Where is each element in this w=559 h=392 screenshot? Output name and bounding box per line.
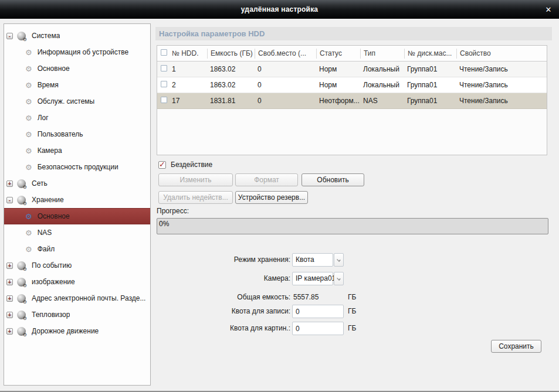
gear-icon: ⚙ [25,212,32,221]
collapse-icon[interactable]: - [6,33,13,39]
column-header-status[interactable]: Статус [316,49,360,59]
sidebar-item-log[interactable]: ⚙ Лог [4,110,150,126]
row-checkbox[interactable] [161,81,167,87]
column-header-capacity[interactable]: Емкость (ГБ) [207,49,255,59]
sidebar-item-storage[interactable]: - Хранение [4,192,150,208]
expand-icon[interactable]: + [6,328,13,335]
progress-value: 0% [159,220,169,228]
column-header-type[interactable]: Тип [360,49,404,59]
sidebar-item-system[interactable]: - Система [4,28,150,44]
sidebar-item-storage-basic[interactable]: ⚙ Основное [4,208,150,224]
cell-hdd-no: 2 [169,81,207,89]
backup-device-button[interactable]: Устройство резерв... [235,191,308,204]
cell-capacity: 1863.02 [207,65,255,73]
sidebar-item-label: По событию [32,261,72,270]
expand-icon[interactable]: + [6,263,13,269]
table-row-selected[interactable]: 17 1831.81 0 Неотформ... NAS Группа01 Чт… [157,93,547,109]
gear-icon: ⚙ [25,114,32,122]
picture-quota-input[interactable] [292,322,344,335]
total-capacity-value: 5557.85 [293,291,319,304]
sidebar-item-time[interactable]: ⚙ Время [4,77,150,93]
expand-icon[interactable]: + [6,312,13,318]
table-row[interactable]: 1 1863.02 0 Норм Локальный Группа01 Чтен… [157,62,547,77]
gear-icon: ⚙ [25,130,32,139]
sidebar-item-thermal[interactable]: + Тепловизор [4,306,150,323]
sidebar-item-user[interactable]: ⚙ Пользователь [4,126,150,142]
window-title: удалённая настройка [241,5,318,13]
column-header-free-space[interactable]: Своб.место (... [255,49,316,59]
sidebar-item-label: NAS [38,229,52,237]
update-button[interactable]: Обновить [301,173,364,186]
sidebar-item-label: Лог [38,114,49,122]
record-quota-input[interactable] [292,305,344,318]
select-all-checkbox[interactable] [161,49,167,56]
sidebar-item-label: Безопасность продукции [38,163,118,171]
sidebar-item-system-basic[interactable]: ⚙ Основное [4,60,150,77]
sidebar-item-label: Дорожное движение [32,327,99,335]
sidebar-item-maintenance[interactable]: ⚙ Обслуж. системы [4,93,150,110]
cell-hdd-no: 1 [169,65,207,73]
sidebar-item-product-security[interactable]: ⚙ Безопасность продукции [4,159,150,175]
storage-mode-select[interactable]: Квота [292,253,333,267]
idle-checkbox[interactable] [158,161,166,169]
sidebar-item-email[interactable]: + Адрес электронной почты. Разде... [4,290,150,306]
sidebar-item-network[interactable]: + Сеть [4,175,150,192]
sidebar-item-device-info[interactable]: ⚙ Информация об устройстве [4,44,150,60]
row-checkbox[interactable] [161,97,167,103]
sidebar-item-image[interactable]: + изображение [4,274,150,290]
gear-icon: ⚙ [25,48,32,57]
delete-invalid-button[interactable]: Удалить недейств... [158,191,233,204]
cell-type: Локальный [360,65,404,73]
gear-icon: ⚙ [25,97,32,106]
edit-button[interactable]: Изменить [158,173,233,186]
cell-hdd-no: 17 [169,97,207,105]
column-header-group[interactable]: № диск.мас... [404,49,456,59]
expand-icon[interactable]: + [6,295,13,302]
cell-status: Норм [316,81,360,89]
sidebar-item-file[interactable]: ⚙ Файл [4,241,150,257]
column-header-hdd-no[interactable]: № HDD. [169,49,207,59]
chevron-down-icon[interactable] [334,272,344,285]
sidebar-item-label: Адрес электронной почты. Разде... [32,294,145,302]
settings-tree: - Система ⚙ Информация об устройстве ⚙ О… [4,23,151,386]
expand-icon[interactable]: + [6,279,13,285]
gear-icon: ⚙ [25,229,32,237]
camera-select[interactable]: IP камера01 [292,272,333,285]
expand-icon[interactable]: + [6,180,13,187]
sidebar-item-label: Сеть [32,179,48,188]
format-button[interactable]: Формат [235,173,298,186]
close-icon[interactable]: ✕ [543,4,554,15]
sidebar-item-traffic[interactable]: + Дорожное движение [4,323,150,339]
sidebar-item-label: изображение [32,278,75,286]
sidebar-item-event[interactable]: + По событию [4,257,150,274]
title-bar: удалённая настройка ✕ [0,0,559,19]
gear-icon: ⚙ [25,163,32,172]
idle-checkbox-row: Бездействие [158,160,212,169]
gear-icon: ⚙ [25,64,32,73]
cell-capacity: 1863.02 [207,81,255,89]
picture-quota-row: Квота для картин.: ГБ [157,322,547,335]
storage-mode-label: Режим хранения: [157,253,290,267]
table-header-row: № HDD. Емкость (ГБ) Своб.место (... Стат… [157,46,547,62]
picture-quota-label: Квота для картин.: [157,322,290,335]
save-button[interactable]: Сохранить [491,340,541,353]
table-row[interactable]: 2 1863.02 0 Норм Локальный Группа01 Чтен… [157,77,547,93]
cell-property: Чтение/Запись [456,97,547,105]
gear-icon: ⚙ [25,81,32,90]
total-capacity-label: Общая емкость: [157,291,290,304]
sidebar-item-label: Основное [38,212,70,220]
gear-icon: ⚙ [25,245,32,254]
cell-free-space: 0 [255,81,316,89]
chevron-down-icon[interactable] [334,253,344,267]
progress-label: Прогресс: [157,207,189,215]
record-quota-unit: ГБ [348,305,356,318]
sidebar-item-label: Хранение [32,196,64,204]
sidebar-item-nas[interactable]: ⚙ NAS [4,224,150,241]
sidebar-item-camera[interactable]: ⚙ Камера [4,142,150,159]
cell-free-space: 0 [255,97,316,105]
cell-type: Локальный [360,81,404,89]
collapse-icon[interactable]: - [6,197,13,203]
row-checkbox[interactable] [161,65,167,71]
column-header-property[interactable]: Свойство [456,49,547,59]
category-icon [17,311,26,319]
